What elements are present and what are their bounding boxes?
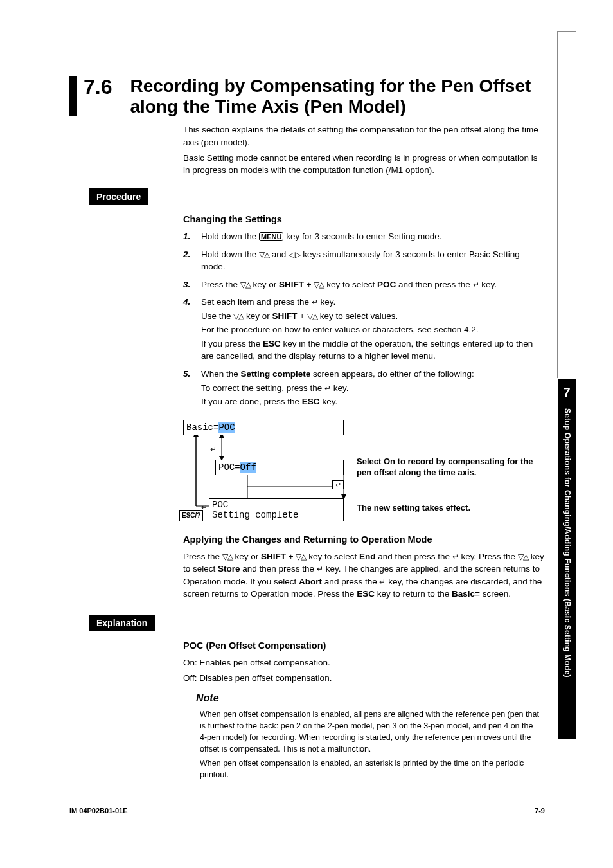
step-4-body: Set each item and press the ↵ key. Use t… xyxy=(201,296,546,364)
applying-body: Press the ▽△ key or SHIFT + ▽△ key to se… xyxy=(183,550,546,601)
footer-right: 7-9 xyxy=(535,806,545,817)
changing-heading: Changing the Settings xyxy=(183,213,546,226)
step-1-body: Hold down the MENU key for 3 seconds to … xyxy=(201,230,546,244)
step-3-body: Press the ▽△ key or SHIFT + ▽△ key to se… xyxy=(201,278,546,293)
enter-icon: ↵ xyxy=(317,565,323,574)
section-title: Recording by Compensating for the Pen Of… xyxy=(130,76,545,117)
updown-icon: ▽△ xyxy=(222,552,233,561)
step-3: 3. Press the ▽△ key or SHIFT + ▽△ key to… xyxy=(183,278,546,293)
step-5: 5. When the Setting complete screen appe… xyxy=(183,368,546,410)
side-chapter-title: Setup Operations for Changing/Adding Fun… xyxy=(561,408,572,730)
updown-icon: ▽△ xyxy=(259,250,269,259)
enter-icon: ↵ xyxy=(324,384,331,393)
updown-icon: ▽△ xyxy=(240,280,251,289)
side-chapter-number: 7 xyxy=(558,379,576,408)
step-1: 1. Hold down the MENU key for 3 seconds … xyxy=(183,230,546,244)
note-p2: When pen offset compensation is enabled,… xyxy=(200,757,540,781)
enter-icon-box: ↵ xyxy=(332,480,344,489)
enter-icon: ↵ xyxy=(210,443,217,456)
step-2-num: 2. xyxy=(183,248,201,275)
step-3-num: 3. xyxy=(183,278,201,293)
enter-icon: ↵ xyxy=(452,552,459,561)
step-2-body: Hold down the ▽△ and ◁ ▷ keys simultaneo… xyxy=(201,248,546,275)
page-footer: IM 04P02B01-01E 7-9 xyxy=(69,802,545,817)
updown-icon: ▽△ xyxy=(307,312,317,321)
updown-icon: ▽△ xyxy=(296,552,306,561)
updown-icon: ▽△ xyxy=(518,552,528,561)
poc-on: On: Enables pen offset compensation. xyxy=(183,656,546,669)
step-4: 4. Set each item and press the ↵ key. Us… xyxy=(183,296,546,364)
procedure-body: Changing the Settings 1. Hold down the M… xyxy=(183,213,546,601)
leftright-icon: ◁ ▷ xyxy=(289,250,300,259)
enter-icon: ↵ xyxy=(312,298,318,307)
enter-icon: ↵ xyxy=(379,577,386,586)
note-header: Note xyxy=(196,691,546,705)
step-2: 2. Hold down the ▽△ and ◁ ▷ keys simulta… xyxy=(183,248,546,275)
explanation-tag: Explanation xyxy=(89,615,155,631)
enter-icon: ↵ xyxy=(473,280,479,289)
step-5-num: 5. xyxy=(183,368,201,410)
step-5-body: When the Setting complete screen appears… xyxy=(201,368,546,410)
lcd-poc: POC=Off xyxy=(215,460,344,475)
note-label: Note xyxy=(196,691,219,705)
side-panel-border xyxy=(557,31,576,378)
note-body: When pen offset compensation is enabled,… xyxy=(200,709,540,781)
step-1-num: 1. xyxy=(183,230,201,244)
step-4-num: 4. xyxy=(183,296,201,364)
explanation-body: POC (Pen Offset Compensation) On: Enable… xyxy=(183,639,546,781)
diagram-note-2: The new setting takes effect. xyxy=(357,502,543,514)
procedure-tag-row: Procedure xyxy=(89,188,545,205)
intro-p2: Basic Setting mode cannot be entered whe… xyxy=(183,152,543,177)
intro-block: This section explains the details of set… xyxy=(183,123,543,176)
updown-icon: ▽△ xyxy=(314,280,324,289)
lcd-complete: POC Setting complete xyxy=(209,498,344,521)
poc-off: Off: Disables pen offset compensation. xyxy=(183,672,546,685)
side-tab: 7 Setup Operations for Changing/Adding F… xyxy=(558,379,576,739)
section-title-row: 7.6 Recording by Compensating for the Pe… xyxy=(69,76,545,117)
poc-heading: POC (Pen Offset Compensation) xyxy=(183,639,546,653)
section-number: 7.6 xyxy=(84,76,112,98)
lcd-basic: Basic=POC xyxy=(183,420,344,435)
footer-left: IM 04P02B01-01E xyxy=(69,806,128,817)
title-bar-icon xyxy=(69,76,77,116)
menu-key-icon: MENU xyxy=(259,232,283,241)
applying-heading: Applying the Changes and Returning to Op… xyxy=(183,533,546,547)
explanation-tag-row: Explanation xyxy=(89,615,545,631)
note-rule-icon xyxy=(227,698,546,698)
procedure-tag: Procedure xyxy=(89,188,148,205)
esc-key-label: ESC/? xyxy=(179,510,203,522)
note-p1: When pen offset compensation is enabled,… xyxy=(200,709,540,755)
diagram-note-1: Select On to record by compensating for … xyxy=(357,456,543,478)
intro-p1: This section explains the details of set… xyxy=(183,123,543,149)
updown-icon: ▽△ xyxy=(233,312,244,321)
page-content: 7.6 Recording by Compensating for the Pe… xyxy=(69,76,545,783)
flow-diagram: Basic=POC ↵ POC=Off ↵ ↵ POC Setting comp… xyxy=(183,420,546,523)
